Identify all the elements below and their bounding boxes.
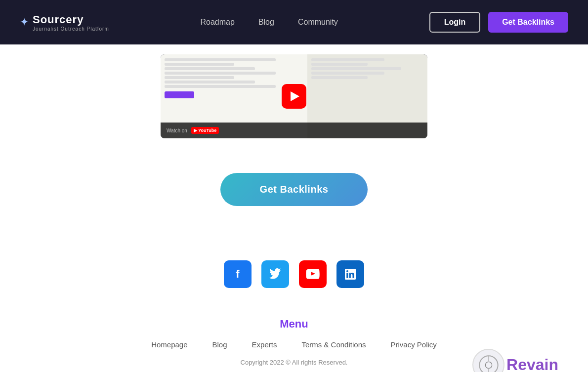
- nav-community[interactable]: Community: [298, 18, 338, 27]
- footer-link-experts[interactable]: Experts: [252, 340, 277, 349]
- mock-line-1: [165, 58, 276, 61]
- revain-text: Revain: [506, 356, 558, 372]
- logo-sub-text: Journalist Outreach Platform: [33, 26, 109, 32]
- video-wrapper[interactable]: Watch on ▶ YouTube: [161, 54, 427, 138]
- logo-icon: ✦: [20, 16, 29, 29]
- mock-right-line-3: [311, 67, 401, 70]
- video-bottom-bar: Watch on ▶ YouTube: [161, 123, 427, 138]
- page-content: Watch on ▶ YouTube Get Backlinks f: [0, 0, 588, 372]
- footer-link-terms[interactable]: Terms & Conditions: [301, 340, 366, 349]
- nav-roadmap[interactable]: Roadmap: [201, 18, 235, 27]
- get-backlinks-nav-button[interactable]: Get Backlinks: [488, 12, 568, 33]
- svg-point-1: [485, 362, 492, 368]
- footer-link-privacy[interactable]: Privacy Policy: [390, 340, 436, 349]
- logo[interactable]: ✦ Sourcery Journalist Outreach Platform: [20, 13, 109, 32]
- video-play-button[interactable]: [282, 84, 306, 109]
- facebook-icon[interactable]: f: [224, 260, 252, 288]
- mock-line-5: [165, 76, 234, 79]
- mock-button: [165, 91, 194, 98]
- mock-line-7: [165, 85, 276, 88]
- mock-line-4: [165, 72, 276, 75]
- watch-on-text: Watch on: [167, 128, 187, 133]
- youtube-badge: ▶ YouTube: [191, 127, 219, 134]
- revain-badge[interactable]: Revain: [472, 349, 558, 372]
- mock-line-2: [165, 63, 234, 66]
- youtube-icon[interactable]: [299, 260, 327, 288]
- footer-link-homepage[interactable]: Homepage: [151, 340, 187, 349]
- video-section: Watch on ▶ YouTube: [0, 44, 588, 158]
- video-mock: Watch on ▶ YouTube: [161, 54, 427, 138]
- mock-line-6: [165, 81, 255, 83]
- spacer: [0, 231, 588, 250]
- footer-wrapper: Menu Homepage Blog Experts Terms & Condi…: [0, 308, 588, 372]
- social-section: f: [0, 250, 588, 308]
- revain-logo-icon: [472, 349, 504, 372]
- mock-line-3: [165, 67, 255, 70]
- navbar: ✦ Sourcery Journalist Outreach Platform …: [0, 0, 588, 44]
- footer-link-blog[interactable]: Blog: [212, 340, 227, 349]
- play-triangle-icon: [291, 91, 299, 101]
- get-backlinks-main-button[interactable]: Get Backlinks: [220, 173, 368, 206]
- cta-section: Get Backlinks: [0, 158, 588, 231]
- nav-blog[interactable]: Blog: [258, 18, 274, 27]
- login-button[interactable]: Login: [429, 12, 481, 33]
- footer-links: Homepage Blog Experts Terms & Conditions…: [0, 340, 588, 349]
- mock-right-line-5: [311, 76, 368, 79]
- logo-main-text: Sourcery: [33, 13, 109, 26]
- mock-right-line-2: [311, 63, 368, 66]
- twitter-icon[interactable]: [261, 260, 289, 288]
- mock-right-line-4: [311, 72, 384, 75]
- linkedin-icon[interactable]: [336, 260, 364, 288]
- nav-links: Roadmap Blog Community: [201, 18, 338, 27]
- mock-right-line-1: [311, 58, 384, 61]
- nav-actions: Login Get Backlinks: [429, 12, 568, 33]
- footer-menu-title: Menu: [0, 318, 588, 331]
